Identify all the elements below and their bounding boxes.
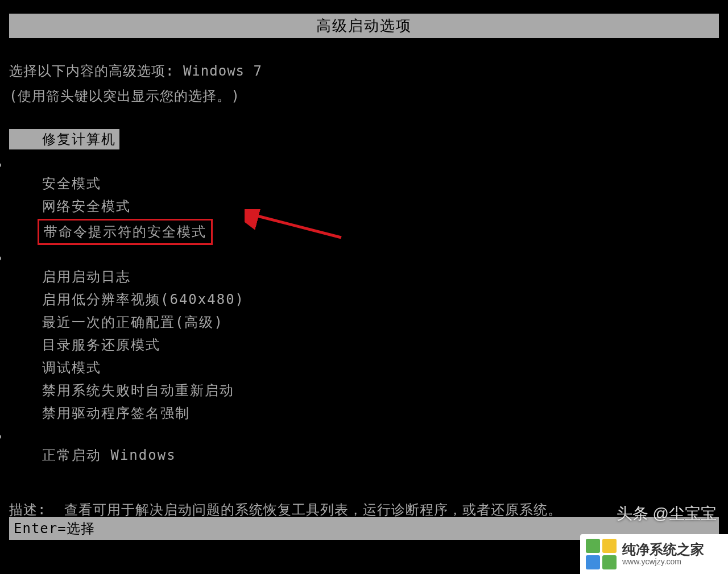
menu-item-safe-mode-network[interactable]: 网络安全模式 bbox=[9, 196, 719, 217]
instruction-os: Windows 7 bbox=[174, 63, 262, 79]
menu-item-safe-mode[interactable]: 安全模式 bbox=[9, 173, 719, 194]
boot-options-menu: 修复计算机 安全模式 网络安全模式 带命令提示符的安全模式 启用启动日志 启用低… bbox=[9, 129, 719, 465]
instruction-sub: (使用箭头键以突出显示您的选择。) bbox=[9, 86, 719, 106]
menu-gap bbox=[9, 426, 719, 445]
instruction-line: 选择以下内容的高级选项: Windows 7 bbox=[9, 61, 719, 81]
watermark-text: 头条 @尘宝宝 bbox=[617, 502, 717, 526]
footer-hint: Enter=选择 bbox=[14, 521, 95, 536]
description-text: 查看可用于解决启动问题的系统恢复工具列表，运行诊断程序，或者还原系统。 bbox=[55, 502, 562, 518]
menu-item-last-known[interactable]: 最近一次的正确配置(高级) bbox=[9, 312, 719, 332]
highlight-box: 带命令提示符的安全模式 bbox=[38, 219, 213, 245]
menu-item-normal-start[interactable]: 正常启动 Windows bbox=[9, 445, 719, 465]
title-bar: 高级启动选项 bbox=[9, 14, 719, 38]
menu-item-safe-mode-cmd-label: 带命令提示符的安全模式 bbox=[39, 224, 206, 240]
logo-text-block: 纯净系统之家 www.ycwjzy.com bbox=[622, 542, 704, 566]
windows-logo-icon bbox=[586, 539, 617, 569]
menu-item-repair-label: 修复计算机 bbox=[9, 129, 119, 149]
menu-item-disable-restart[interactable]: 禁用系统失败时自动重新启动 bbox=[9, 380, 719, 401]
menu-item-low-res[interactable]: 启用低分辨率视频(640x480) bbox=[9, 289, 719, 310]
logo-sub: www.ycwjzy.com bbox=[622, 558, 704, 566]
instruction-prefix: 选择以下内容的高级选项: bbox=[9, 63, 174, 79]
menu-item-repair[interactable]: 修复计算机 bbox=[9, 129, 719, 152]
menu-item-debug[interactable]: 调试模式 bbox=[9, 357, 719, 378]
logo-main: 纯净系统之家 bbox=[622, 542, 704, 557]
menu-item-boot-log[interactable]: 启用启动日志 bbox=[9, 267, 719, 287]
menu-item-ds-restore[interactable]: 目录服务还原模式 bbox=[9, 335, 719, 355]
menu-item-safe-mode-cmd[interactable]: 带命令提示符的安全模式 bbox=[9, 219, 719, 245]
watermark-logo: 纯净系统之家 www.ycwjzy.com bbox=[580, 534, 728, 574]
menu-item-disable-sig[interactable]: 禁用驱动程序签名强制 bbox=[9, 403, 719, 423]
menu-gap bbox=[9, 154, 719, 173]
menu-gap bbox=[9, 247, 719, 267]
description-label: 描述: bbox=[9, 502, 46, 518]
boot-menu-content: 选择以下内容的高级选项: Windows 7 (使用箭头键以突出显示您的选择。)… bbox=[0, 38, 728, 520]
page-title: 高级启动选项 bbox=[316, 17, 412, 34]
